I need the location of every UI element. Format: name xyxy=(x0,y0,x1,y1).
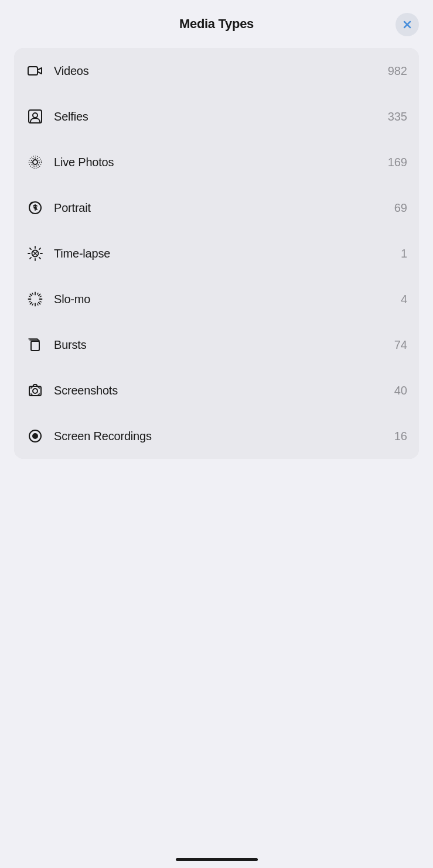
portrait-icon xyxy=(26,198,45,217)
selfies-count: 335 xyxy=(388,110,407,123)
list-item-screenshots[interactable]: Screenshots 40 xyxy=(14,368,419,413)
svg-line-35 xyxy=(37,293,38,294)
svg-line-30 xyxy=(40,301,41,302)
bursts-count: 74 xyxy=(394,338,407,352)
svg-line-14 xyxy=(30,248,31,249)
bursts-icon xyxy=(26,335,45,354)
screenshots-icon xyxy=(26,381,45,400)
screenshots-label: Screenshots xyxy=(54,384,390,397)
screenshots-count: 40 xyxy=(394,384,407,397)
svg-point-41 xyxy=(32,433,38,439)
slo-mo-icon xyxy=(26,290,45,308)
time-lapse-label: Time-lapse xyxy=(54,247,396,260)
svg-point-3 xyxy=(33,160,37,164)
svg-line-26 xyxy=(39,303,40,304)
slo-mo-label: Slo-mo xyxy=(54,293,396,306)
svg-line-28 xyxy=(30,303,32,304)
svg-point-2 xyxy=(33,113,37,118)
slo-mo-count: 4 xyxy=(401,293,407,306)
screen-recordings-count: 16 xyxy=(394,430,407,443)
time-lapse-icon xyxy=(26,244,45,263)
svg-line-32 xyxy=(37,304,38,305)
svg-rect-37 xyxy=(31,341,39,351)
screen-recordings-icon xyxy=(26,427,45,445)
videos-label: Videos xyxy=(54,64,383,78)
header: Media Types xyxy=(0,0,433,43)
svg-line-34 xyxy=(29,301,30,302)
list-item-bursts[interactable]: Bursts 74 xyxy=(14,322,419,368)
bursts-label: Bursts xyxy=(54,338,390,352)
videos-count: 982 xyxy=(388,64,407,78)
close-button[interactable] xyxy=(396,13,419,36)
video-icon xyxy=(26,61,45,80)
page-title: Media Types xyxy=(179,16,254,32)
list-item-screen-recordings[interactable]: Screen Recordings 16 xyxy=(14,413,419,459)
svg-point-39 xyxy=(33,389,37,393)
live-photos-label: Live Photos xyxy=(54,156,383,169)
selfies-label: Selfies xyxy=(54,110,383,123)
home-indicator xyxy=(176,858,258,861)
selfies-icon xyxy=(26,107,45,126)
live-photos-icon xyxy=(26,153,45,171)
svg-line-25 xyxy=(30,294,32,296)
list-item-slo-mo[interactable]: Slo-mo 4 xyxy=(14,276,419,322)
screen-recordings-label: Screen Recordings xyxy=(54,430,390,443)
media-types-list: Videos 982 Selfies 335 Live Photos 169 xyxy=(14,48,419,459)
list-item-selfies[interactable]: Selfies 335 xyxy=(14,94,419,139)
list-item-time-lapse[interactable]: Time-lapse 1 xyxy=(14,231,419,276)
list-item-videos[interactable]: Videos 982 xyxy=(14,48,419,94)
svg-line-31 xyxy=(32,293,33,294)
svg-line-27 xyxy=(39,294,40,296)
live-photos-count: 169 xyxy=(388,156,407,169)
svg-line-17 xyxy=(30,258,31,259)
portrait-label: Portrait xyxy=(54,201,390,215)
time-lapse-count: 1 xyxy=(401,247,407,260)
list-item-live-photos[interactable]: Live Photos 169 xyxy=(14,139,419,185)
svg-line-16 xyxy=(39,248,40,249)
svg-line-15 xyxy=(39,258,40,259)
list-item-portrait[interactable]: Portrait 69 xyxy=(14,185,419,231)
svg-line-36 xyxy=(32,304,33,305)
svg-rect-0 xyxy=(28,67,37,75)
svg-line-29 xyxy=(29,296,30,297)
portrait-count: 69 xyxy=(394,201,407,215)
svg-line-33 xyxy=(40,296,41,297)
